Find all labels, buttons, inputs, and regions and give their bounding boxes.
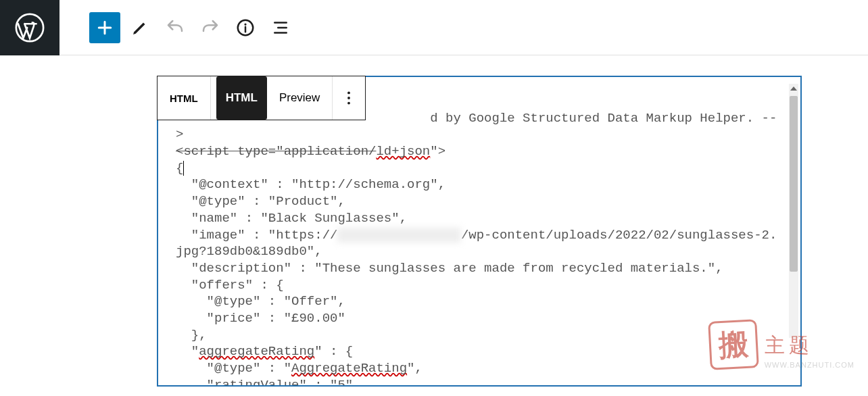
pencil-icon <box>130 18 150 38</box>
redo-button[interactable] <box>195 12 226 43</box>
code-text: " <box>176 378 214 387</box>
code-text: ratingValue <box>214 378 299 387</box>
html-code-panel[interactable]: d by Google Structured Data Markup Helpe… <box>157 76 802 387</box>
code-text: " : "5" <box>299 378 353 387</box>
svg-point-4 <box>347 97 350 99</box>
code-text: "> <box>430 144 445 159</box>
svg-point-3 <box>347 91 350 94</box>
outline-button[interactable] <box>265 12 296 43</box>
kebab-icon <box>340 89 358 107</box>
edit-mode-button[interactable] <box>124 12 155 43</box>
code-text: "image" : "https:// <box>176 228 337 243</box>
info-icon <box>235 18 256 38</box>
plus-icon <box>95 18 115 38</box>
svg-point-2 <box>244 23 246 25</box>
code-text: { <box>176 161 183 176</box>
code-text: "name" : "Black Sunglasses", <box>176 211 407 226</box>
undo-icon <box>165 18 185 38</box>
code-text: "description" : "These sunglasses are ma… <box>176 261 723 276</box>
code-text: "@type" : " <box>176 361 291 376</box>
editor-toolbar <box>59 12 296 43</box>
redacted-domain: xxxxxxxxxxxxxxxx <box>337 228 460 243</box>
svg-point-5 <box>347 102 350 105</box>
undo-button[interactable] <box>160 12 191 43</box>
code-text: " : { <box>314 344 353 359</box>
editor-area: HTML HTML Preview d by Google Structured… <box>0 55 868 387</box>
code-text: "@type" : "Product", <box>176 194 345 209</box>
block-toolbar: HTML HTML Preview <box>157 76 366 120</box>
block-type-label[interactable]: HTML <box>158 76 210 120</box>
code-text: <script type="application/ <box>176 144 376 159</box>
tab-preview[interactable]: Preview <box>267 76 332 120</box>
code-text: ", <box>407 361 423 376</box>
code-text: "@context" : "http://schema.org", <box>176 177 445 192</box>
add-block-button[interactable] <box>89 12 120 43</box>
scroll-thumb[interactable] <box>790 96 798 272</box>
more-options-button[interactable] <box>333 76 365 120</box>
code-text: AggregateRating <box>291 361 407 376</box>
scroll-up-icon <box>790 86 797 91</box>
info-button[interactable] <box>230 12 261 43</box>
code-text: aggregateRating <box>199 344 314 359</box>
list-outline-icon <box>270 18 291 38</box>
code-text: "@type" : "Offer", <box>176 294 345 309</box>
tab-html[interactable]: HTML <box>216 76 267 120</box>
code-text: "price" : "£90.00" <box>176 311 345 326</box>
code-text: " <box>176 344 199 359</box>
scrollbar[interactable] <box>789 84 798 338</box>
code-text: }, <box>176 328 207 343</box>
code-text: "offers" : { <box>176 278 284 293</box>
wordpress-icon <box>14 12 45 43</box>
top-bar <box>0 0 868 55</box>
wordpress-logo[interactable] <box>0 0 59 55</box>
redo-icon <box>200 18 220 38</box>
text-cursor <box>183 161 184 176</box>
code-text: ld+json <box>376 144 430 159</box>
